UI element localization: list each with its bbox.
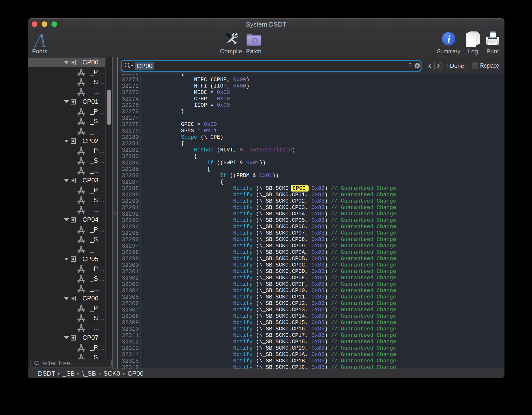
- svg-text:A: A: [33, 32, 46, 49]
- svg-text:i: i: [447, 33, 450, 45]
